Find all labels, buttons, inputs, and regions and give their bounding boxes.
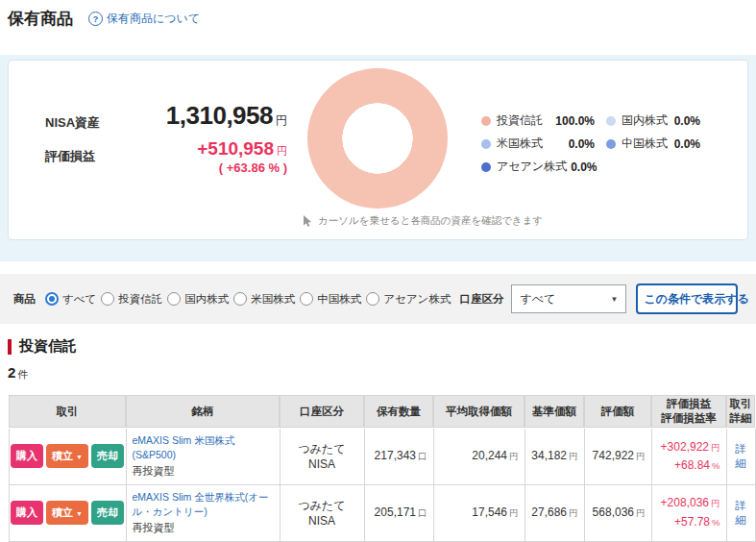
- table-header-row: 取引 銘柄 口座区分 保有数量 平均取得価額 基準価額 評価額 評価損益評価損益…: [9, 395, 755, 428]
- header-fund-name: 銘柄: [126, 395, 280, 428]
- section-accent-bar: [8, 339, 12, 355]
- radio-product-asean-stock[interactable]: アセアン株式: [366, 292, 451, 307]
- radio-circle: [233, 292, 247, 306]
- about-holdings-label: 保有商品について: [107, 11, 200, 27]
- chevron-down-icon: ▼: [610, 295, 618, 304]
- question-icon: ?: [88, 12, 103, 26]
- nisa-asset-label: NISA資産: [45, 114, 100, 132]
- radio-product-all[interactable]: すべて: [45, 292, 96, 307]
- fund-type: 再投資型: [133, 464, 274, 479]
- cell-avg-price: 20,244円: [433, 428, 524, 484]
- account-type-label: 口座区分: [459, 292, 503, 307]
- table-row: 購入 積立▼ 売却 eMAXIS Slim 米国株式(S&P500) 再投資型 …: [9, 428, 755, 484]
- valuation-pl-value: +510,958円: [110, 138, 287, 160]
- buy-button[interactable]: 購入: [11, 501, 43, 525]
- radio-circle: [300, 292, 313, 306]
- cell-account-type: つみたてNISA: [280, 428, 364, 484]
- header-pl: 評価損益評価損益率: [651, 395, 726, 428]
- header-nav: 基準価額: [524, 395, 584, 428]
- section-title: 投資信託: [19, 337, 77, 356]
- legend-dot: [606, 116, 616, 126]
- sell-button[interactable]: 売却: [91, 501, 124, 525]
- radio-product-china-stock[interactable]: 中国株式: [300, 292, 361, 307]
- chart-hover-note: カーソルを乗せると各商品の資産を確認できます: [302, 214, 543, 228]
- page-title: 保有商品: [8, 8, 73, 30]
- cell-nav: 27,686円: [524, 484, 584, 541]
- chevron-down-icon: ▼: [76, 454, 83, 460]
- header-value: 評価額: [584, 395, 651, 428]
- legend-item-us-stock: 米国株式 0.0%: [481, 136, 595, 152]
- buy-button[interactable]: 購入: [11, 444, 43, 468]
- cell-actions: 購入 積立▼ 売却: [9, 484, 126, 541]
- radio-circle: [101, 292, 114, 306]
- section-header: 投資信託: [8, 337, 77, 356]
- radio-product-investment-trust[interactable]: 投資信託: [101, 292, 162, 307]
- allocation-legend: 投資信託 100.0% 国内株式 0.0% 米国株式 0.0% 中国株式 0.0…: [481, 112, 700, 175]
- cursor-hover-icon: [302, 214, 313, 228]
- nisa-asset-value: 1,310,958円: [110, 101, 287, 131]
- summary-band: NISA資産 1,310,958円 評価損益 +510,958円 ( +63.8…: [0, 55, 756, 261]
- legend-item-china-stock: 中国株式 0.0%: [606, 136, 700, 152]
- legend-dot: [481, 116, 491, 126]
- cell-quantity: 217,343口: [364, 428, 433, 484]
- tsumitate-button[interactable]: 積立▼: [46, 501, 88, 525]
- account-type-select[interactable]: すべて ▼: [511, 284, 626, 313]
- legend-item-asean-stock: アセアン株式 0.0%: [481, 159, 595, 175]
- cell-value: 568,036円: [584, 484, 651, 541]
- table-row: 購入 積立▼ 売却 eMAXIS Slim 全世界株式(オール・カントリー) 再…: [9, 484, 755, 541]
- header-avg-price: 平均取得価額: [433, 395, 524, 428]
- radio-product-us-stock[interactable]: 米国株式: [233, 292, 295, 307]
- cell-detail: 詳細: [726, 428, 755, 484]
- cell-detail: 詳細: [726, 484, 755, 541]
- detail-link[interactable]: 詳細: [735, 443, 746, 469]
- fund-link[interactable]: eMAXIS Slim 全世界株式(オール・カントリー): [133, 490, 274, 518]
- radio-circle: [167, 292, 181, 306]
- cell-fund-name: eMAXIS Slim 全世界株式(オール・カントリー) 再投資型: [126, 484, 280, 541]
- legend-item-domestic-stock: 国内株式 0.0%: [606, 112, 700, 129]
- cell-avg-price: 17,546円: [433, 484, 524, 541]
- cell-pl: +302,922円 +68.84%: [651, 428, 726, 484]
- fund-link[interactable]: eMAXIS Slim 米国株式(S&P500): [133, 433, 274, 461]
- asset-allocation-donut-chart[interactable]: [307, 68, 448, 209]
- cell-value: 742,922円: [584, 428, 651, 484]
- holdings-table: 取引 銘柄 口座区分 保有数量 平均取得価額 基準価額 評価額 評価損益評価損益…: [8, 394, 756, 542]
- valuation-pl-label: 評価損益: [45, 148, 95, 165]
- header-account-type: 口座区分: [280, 395, 364, 428]
- fund-type: 再投資型: [133, 521, 274, 535]
- valuation-pl-percent: ( +63.86 % ): [110, 160, 287, 175]
- legend-item-investment-trust: 投資信託 100.0%: [481, 112, 595, 129]
- radio-circle: [45, 292, 59, 306]
- cell-pl: +208,036円 +57.78%: [651, 484, 726, 541]
- legend-dot: [481, 162, 491, 172]
- page-header: 保有商品 ? 保有商品について: [8, 8, 200, 30]
- cell-quantity: 205,171口: [364, 484, 433, 541]
- cell-actions: 購入 積立▼ 売却: [9, 428, 126, 484]
- apply-filter-button[interactable]: この条件で表示する: [636, 283, 738, 314]
- tsumitate-button[interactable]: 積立▼: [46, 444, 88, 468]
- detail-link[interactable]: 詳細: [735, 500, 746, 526]
- cell-account-type: つみたてNISA: [280, 484, 364, 541]
- nisa-summary-card: NISA資産 1,310,958円 評価損益 +510,958円 ( +63.8…: [8, 60, 748, 240]
- about-holdings-link[interactable]: ? 保有商品について: [88, 11, 200, 27]
- account-type-selected-value: すべて: [520, 291, 555, 308]
- sell-button[interactable]: 売却: [91, 444, 124, 468]
- cell-nav: 34,182円: [524, 428, 584, 484]
- filter-bar: 商品 すべて 投資信託 国内株式 米国株式 中国株式 アセアン株式 口座区分 す…: [0, 274, 756, 324]
- radio-product-domestic-stock[interactable]: 国内株式: [167, 292, 229, 307]
- header-trade-detail: 取引詳細: [726, 395, 755, 428]
- cell-fund-name: eMAXIS Slim 米国株式(S&P500) 再投資型: [126, 428, 280, 484]
- radio-circle: [366, 292, 379, 306]
- legend-dot: [481, 139, 491, 149]
- result-count: 2件: [8, 364, 28, 382]
- header-quantity: 保有数量: [364, 395, 433, 428]
- legend-dot: [606, 139, 616, 149]
- chevron-down-icon: ▼: [76, 510, 83, 517]
- header-trade: 取引: [9, 395, 126, 428]
- product-filter-label: 商品: [13, 292, 36, 307]
